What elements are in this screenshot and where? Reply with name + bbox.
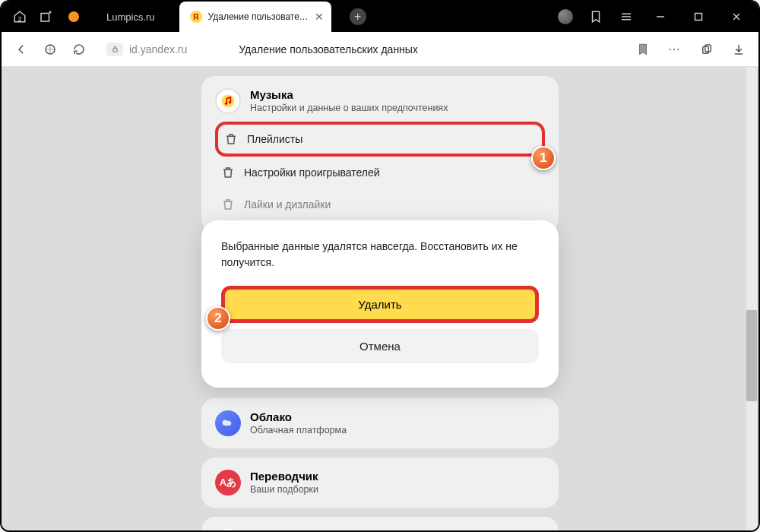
site-favicon-icon — [68, 11, 79, 22]
trash-icon — [221, 166, 235, 179]
window-close-icon[interactable] — [725, 5, 748, 28]
window-minimize-icon[interactable] — [649, 5, 672, 28]
annotation-1: 1 — [531, 146, 556, 170]
music-title: Музыка — [250, 88, 448, 101]
svg-rect-9 — [112, 49, 117, 52]
tab-active[interactable]: Я Удаление пользователь ✕ — [179, 2, 331, 32]
address-bar: id.yandex.ru Удаление пользовательских д… — [2, 32, 758, 67]
avatar[interactable] — [558, 9, 573, 24]
new-tab-button[interactable]: + — [350, 8, 366, 25]
row-likes[interactable]: Лайки и дизлайки — [215, 188, 545, 220]
svg-rect-5 — [695, 14, 702, 21]
cancel-button[interactable]: Отмена — [221, 329, 539, 363]
cloud-title: Облако — [250, 410, 347, 423]
delete-button[interactable]: Удалить — [221, 286, 539, 323]
card-cloud[interactable]: Облако Облачная платформа — [201, 398, 559, 448]
tab-close-icon[interactable]: ✕ — [315, 11, 324, 23]
svg-rect-0 — [41, 14, 49, 22]
tab-title: Удаление пользователь — [208, 11, 309, 22]
translate-icon: Aあ — [215, 470, 241, 496]
music-icon — [215, 88, 241, 114]
card-music: Музыка Настройки и данные о ваших предпо… — [201, 76, 559, 233]
trash-icon — [224, 132, 238, 146]
svg-point-13 — [225, 103, 227, 105]
url-domain: id.yandex.ru — [129, 43, 187, 55]
cloud-icon — [215, 410, 241, 436]
shield-icon[interactable] — [41, 40, 59, 59]
extensions-icon[interactable] — [698, 40, 716, 59]
row-label: Плейлисты — [247, 133, 302, 145]
new-window-icon[interactable] — [38, 9, 53, 24]
weather-icon — [215, 529, 241, 530]
home-icon[interactable]: 2 — [12, 9, 27, 24]
window-maximize-icon[interactable] — [687, 5, 710, 28]
dialog-text: Выбранные данные удалятся навсегда. Восс… — [221, 239, 539, 271]
reload-button[interactable] — [70, 40, 88, 59]
trash-icon — [221, 198, 235, 211]
card-weather[interactable]: Погода Избранные места — [201, 517, 559, 530]
row-label: Настройки проигрывателей — [244, 166, 380, 179]
svg-point-12 — [222, 95, 235, 108]
page-title: Удаление пользовательских данных — [239, 43, 418, 55]
tab-inactive[interactable]: Lumpics.ru — [106, 11, 155, 23]
svg-point-14 — [229, 101, 231, 103]
music-subtitle: Настройки и данные о ваших предпочтениях — [250, 103, 448, 113]
card-translate[interactable]: Aあ Переводчик Ваши подборки — [201, 458, 559, 508]
downloads-icon[interactable] — [730, 40, 748, 59]
translate-subtitle: Ваши подборки — [250, 484, 318, 495]
bookmark-icon[interactable] — [634, 40, 652, 59]
yandex-favicon-icon: Я — [190, 11, 202, 23]
back-button[interactable] — [12, 40, 30, 59]
url-box[interactable]: id.yandex.ru Удаление пользовательских д… — [99, 38, 623, 61]
browser-titlebar: 2 Lumpics.ru Я Удаление пользователь ✕ + — [2, 2, 758, 32]
lock-icon — [106, 43, 123, 56]
row-playlists[interactable]: Плейлисты 1 — [215, 122, 545, 157]
row-label: Лайки и дизлайки — [244, 198, 331, 211]
confirm-dialog: Выбранные данные удалятся навсегда. Восс… — [201, 220, 559, 388]
weather-title: Погода — [250, 529, 328, 530]
cloud-subtitle: Облачная платформа — [250, 425, 347, 435]
bookmarks-icon[interactable] — [588, 9, 603, 24]
menu-icon[interactable] — [619, 9, 634, 24]
scrollbar-thumb[interactable] — [746, 310, 757, 401]
home-badge: 2 — [17, 15, 21, 23]
more-icon[interactable]: ⋯ — [666, 40, 684, 59]
translate-title: Переводчик — [250, 470, 318, 483]
scrollbar-track[interactable] — [746, 67, 757, 530]
annotation-2: 2 — [206, 306, 230, 331]
row-player-settings[interactable]: Настройки проигрывателей — [215, 157, 545, 188]
page-viewport: Музыка Настройки и данные о ваших предпо… — [2, 67, 758, 530]
